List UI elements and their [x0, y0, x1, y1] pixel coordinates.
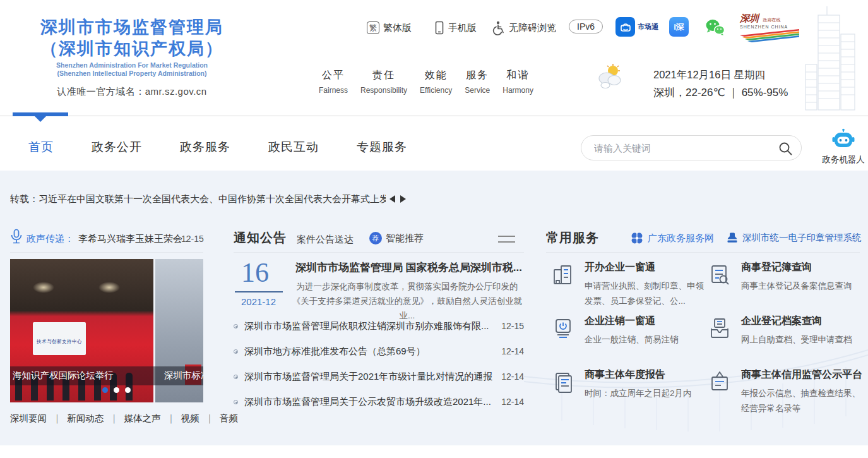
ishenzhen-app-link[interactable]: i深	[669, 17, 689, 37]
service-credit-platform[interactable]: 商事主体信用监管公示平台 年报公示信息、抽查检查结果、经营异常名录等	[707, 368, 865, 416]
ipv6-badge[interactable]: IPv6	[569, 20, 603, 33]
pinwheel-icon	[630, 231, 644, 245]
bullet-icon	[234, 349, 238, 354]
traditional-version-link[interactable]: 繁 繁体版	[367, 20, 412, 35]
stage-light	[33, 282, 54, 293]
carousel-caption-right[interactable]: 深圳市标准院	[164, 370, 203, 382]
gov-robot-button[interactable]: 政务机器人	[819, 128, 867, 166]
nav-item-special-services[interactable]: 专题服务	[357, 139, 407, 155]
rainbow-stripes-icon	[740, 29, 799, 42]
site-logo[interactable]: 深圳市市场监督管理局 （深圳市知识产权局） Shenzhen Administr…	[18, 16, 246, 98]
credit-board-icon	[707, 370, 732, 395]
marketpass-icon	[615, 17, 635, 37]
ishenzhen-icon: i深	[669, 17, 689, 37]
service-registry-query[interactable]: 商事登记簿查询 商事主体登记及备案信息查询	[707, 261, 865, 294]
search-input[interactable]	[581, 136, 768, 159]
case-announcement-link[interactable]: 案件公告送达	[297, 234, 354, 246]
nav-item-gov-services[interactable]: 政务服务	[180, 139, 230, 155]
featured-date-underline	[235, 291, 283, 292]
robot-icon	[831, 128, 856, 150]
shenzhen-china-logo[interactable]: 深圳 政府在线 SHENZHEN CHINA	[740, 13, 800, 45]
marketpass-app-link[interactable]: 市场通	[615, 17, 658, 37]
link-shenzhen-news[interactable]: 深圳要闻	[10, 413, 47, 425]
report-pages-icon	[550, 370, 576, 395]
search-icon[interactable]	[778, 141, 793, 156]
stamp-icon	[726, 231, 739, 244]
stage-banner-text: 技术与创新支持中心	[33, 339, 86, 345]
notice-row[interactable]: 深圳市市场监督管理局依职权注销深圳市别亦难服饰有限... 12-15	[234, 313, 524, 339]
news-category-links: 深圳要闻｜ 新闻动态｜ 媒体之声｜ 视频｜ 音频	[10, 413, 238, 425]
value-efficiency: 效能Efficiency	[420, 69, 452, 95]
value-responsibility: 责任Responsibility	[360, 69, 407, 95]
carousel-caption-left[interactable]: 海知识产权国际论坛举行	[13, 370, 114, 382]
link-news-updates[interactable]: 新闻动态	[67, 413, 104, 425]
active-tab-arrow-icon	[35, 116, 46, 122]
archive-tray-icon	[707, 316, 732, 341]
guangdong-portal-label: 广东政务服务网	[648, 232, 714, 244]
service-annual-report[interactable]: 商事主体年度报告 时间：成立周年之日起2月内	[550, 368, 708, 401]
logo-title-cn-1: 深圳市市场监督管理局	[18, 16, 246, 38]
voice-transfer-label[interactable]: 政声传递：	[27, 233, 74, 245]
notice-row[interactable]: 深圳市市场监督管理局关于2021年市级计量比对情况的通报 12-14	[234, 364, 524, 389]
notice-row[interactable]: 深圳市地方标准批准发布公告（总第69号） 12-14	[234, 339, 524, 364]
left-column-divider	[10, 252, 203, 253]
marketpass-label: 市场通	[638, 22, 658, 32]
carousel-dot-3[interactable]	[125, 387, 131, 393]
service-deregistration[interactable]: 企业注销一窗通 企业一般注销、简易注销	[550, 315, 708, 347]
ticker-next-icon[interactable]	[400, 195, 406, 203]
notice-list: 深圳市市场监督管理局依职权注销深圳市别亦难服饰有限... 12-15 深圳市地方…	[234, 313, 524, 414]
link-video[interactable]: 视频	[181, 413, 199, 425]
stage-light	[98, 282, 120, 293]
notices-divider	[234, 252, 524, 253]
featured-notice-month: 2021-12	[241, 296, 276, 307]
news-carousel[interactable]: 技术与创新支持中心 海知识产权国际论坛举行 深圳市标准院	[10, 259, 203, 402]
smart-recommend-button[interactable]: 荐 智能推荐	[369, 232, 424, 244]
phone-icon	[434, 21, 444, 35]
notices-section-title: 通知公告	[234, 229, 287, 246]
smart-recommend-label: 智能推荐	[386, 232, 424, 244]
services-divider	[546, 252, 860, 253]
featured-notice-day: 16	[241, 256, 269, 289]
ticker-prev-icon[interactable]	[389, 195, 395, 203]
guangdong-portal-link[interactable]: 广东政务服务网	[630, 231, 714, 245]
accessibility-link[interactable]: 无障碍浏览	[491, 20, 556, 35]
nav-item-gov-info[interactable]: 政务公开	[92, 139, 142, 155]
mobile-label: 手机版	[448, 22, 477, 34]
value-harmony: 和谐Harmony	[502, 69, 533, 95]
nav-item-home[interactable]: 首页	[28, 139, 54, 155]
mobile-version-link[interactable]: 手机版	[434, 20, 477, 35]
carousel-caption-bar: 海知识产权国际论坛举行 深圳市标准院	[10, 366, 203, 385]
robot-label: 政务机器人	[819, 154, 867, 166]
value-service: 服务Service	[465, 69, 490, 95]
weather-info: 深圳，22-26℃ ｜ 65%-95%	[653, 85, 788, 100]
nav-item-interaction[interactable]: 政民互动	[268, 139, 319, 155]
more-menu-icon[interactable]	[498, 236, 515, 247]
header-divider	[0, 116, 868, 116]
eseal-system-link[interactable]: 深圳市统一电子印章管理系统	[726, 231, 862, 244]
szlogo-sub-text: 政府在线	[763, 18, 780, 22]
wechat-link[interactable]	[705, 18, 725, 37]
microphone-icon	[9, 229, 23, 245]
notice-row[interactable]: 深圳市市场监督管理局关于公示农贸市场升级改造2021年... 12-14	[234, 389, 524, 414]
building-list-icon	[550, 262, 576, 287]
carousel-dot-1[interactable]	[102, 387, 108, 393]
traditional-label: 繁体版	[383, 22, 412, 34]
featured-notice-title[interactable]: 深圳市市场监督管理局 国家税务总局深圳市税...	[295, 260, 525, 275]
weather-date: 2021年12月16日 星期四	[653, 68, 765, 82]
bullet-icon	[234, 375, 238, 379]
service-open-business[interactable]: 开办企业一窗通 申请营业执照、刻制印章、申领发票、员工参保登记、公...	[550, 261, 708, 309]
document-search-icon	[707, 262, 732, 287]
official-domain-note: 认准唯一官方域名：amr.sz.gov.cn	[18, 86, 246, 98]
carousel-dot-2[interactable]	[114, 387, 119, 393]
logo-title-cn-2: （深圳市知识产权局）	[18, 38, 246, 59]
ticker-link[interactable]: 转载：习近平在中国文联第十一次全国代表大会、中国作协第十次全国代表大会开幕式上发…	[10, 193, 386, 205]
voice-transfer-date: 12-15	[181, 234, 204, 244]
service-archive-query[interactable]: 企业登记档案查询 网上自助查档、受理申请查档	[707, 315, 865, 347]
szlogo-cn-text: 深圳	[740, 13, 759, 23]
search-box[interactable]	[581, 135, 802, 160]
logo-subtitle-en-1: Shenzhen Administration For Market Regul…	[18, 61, 246, 69]
traditional-icon: 繁	[367, 21, 379, 34]
accessibility-label: 无障碍浏览	[509, 22, 556, 34]
voice-transfer-title[interactable]: 李希马兴瑞李玉妹王荣会...	[78, 233, 191, 245]
link-media-voice[interactable]: 媒体之声	[124, 413, 160, 425]
